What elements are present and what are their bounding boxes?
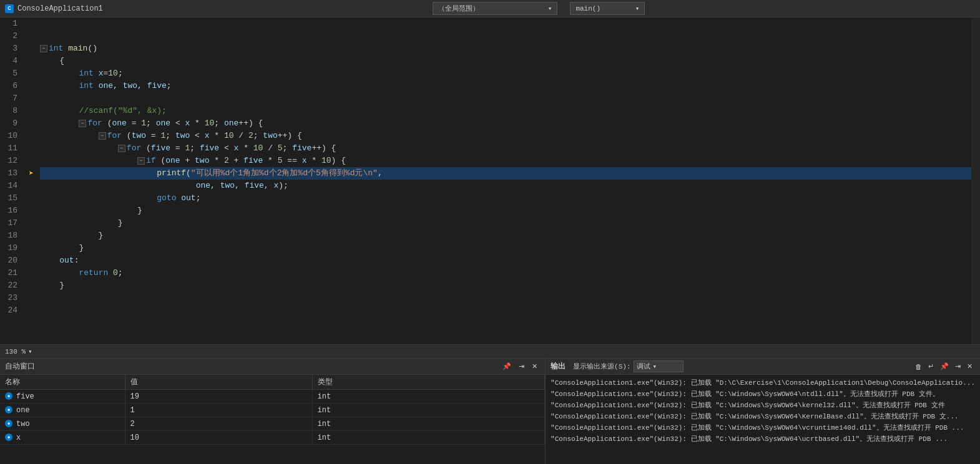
line-number: 18 (5, 230, 17, 242)
code-token: 10 (253, 142, 263, 155)
autos-table[interactable]: 名称 值 类型 ◆five19int◆one1int◆two2int◆x10in… (0, 375, 545, 464)
output-wrap-button[interactable]: ↵ (926, 361, 936, 372)
code-token: ) { (331, 155, 346, 167)
var-value-cell: 1 (125, 404, 312, 417)
fold-icon[interactable]: − (79, 120, 86, 127)
code-token: < (170, 117, 185, 130)
scope-dropdown[interactable]: （全局范围） ▾ (433, 2, 557, 15)
zoom-indicator[interactable]: 130 % ▾ (0, 345, 37, 359)
code-token (40, 67, 79, 80)
code-token: 5 (278, 155, 283, 167)
code-token: / (234, 130, 248, 142)
code-token: * (210, 130, 224, 142)
line-number: 17 (5, 217, 17, 230)
code-token (40, 254, 59, 267)
code-line: −for (two = 1; two < x * 10 / 2; two++) … (40, 130, 971, 142)
col-name: 名称 (0, 375, 125, 390)
code-token: * (307, 155, 321, 167)
line-number: 13 (5, 167, 17, 180)
code-editor[interactable]: −int main() { int x=10; int one, two, fi… (37, 17, 971, 344)
close-panel-button[interactable]: ✕ (529, 361, 540, 372)
gutter-row (25, 155, 37, 167)
code-token: x (99, 67, 104, 80)
code-token: two (175, 130, 190, 142)
code-token: ; (253, 130, 263, 142)
pin-button[interactable]: 📌 (500, 361, 514, 372)
table-row[interactable]: ◆x10int (0, 431, 545, 445)
code-token: 1 (185, 142, 190, 155)
table-row[interactable]: ◆five19int (0, 390, 545, 404)
code-token: 0 (113, 267, 118, 279)
code-token: one (156, 117, 170, 130)
code-line: } (40, 279, 971, 292)
debug-arrow-icon: ➤ (29, 168, 34, 178)
line-number: 6 (5, 80, 17, 92)
gutter-row (25, 304, 37, 317)
code-token: main (68, 42, 87, 55)
line-number: 15 (5, 192, 17, 205)
code-token (63, 42, 68, 55)
output-close-button[interactable]: ✕ (964, 361, 975, 372)
output-content[interactable]: "ConsoleApplication1.exe"(Win32): 已加载 "D… (546, 375, 980, 464)
output-float-button[interactable]: ⇥ (953, 361, 963, 372)
gutter-row (25, 42, 37, 55)
float-button[interactable]: ⇥ (516, 361, 527, 372)
code-line (40, 30, 971, 42)
code-token: for (107, 130, 122, 142)
top-bar: C ConsoleApplication1 （全局范围） ▾ main() ▾ (0, 0, 980, 17)
file-title: C ConsoleApplication1 (5, 4, 103, 13)
editor-main: 123456789101112131415161718192021222324 … (0, 17, 980, 344)
line-number: 20 (5, 254, 17, 267)
code-token (176, 192, 181, 205)
output-source-dropdown[interactable]: 调试 ▾ (634, 360, 684, 372)
line-numbers: 123456789101112131415161718192021222324 (0, 17, 25, 344)
table-row[interactable]: ◆one1int (0, 404, 545, 417)
output-clear-button[interactable]: 🗑 (913, 361, 924, 372)
line-number: 7 (5, 92, 17, 105)
code-token: int (49, 42, 63, 55)
code-line: return 0; (40, 267, 971, 279)
table-row[interactable]: ◆two2int (0, 417, 545, 431)
code-token: ( (102, 117, 112, 130)
code-token: five (243, 155, 263, 167)
fold-icon[interactable]: − (99, 132, 106, 140)
code-line: int x=10; (40, 67, 971, 80)
code-line: −int main() (40, 42, 971, 55)
code-line: −for (one = 1; one < x * 10; one++) { (40, 117, 971, 130)
output-panel: 输出 显示输出来源(S): 调试 ▾ 🗑 ↵ 📌 ⇥ ✕ "ConsoleApp… (546, 359, 980, 464)
code-token: ; (283, 142, 293, 155)
code-token: = (103, 67, 108, 80)
fold-icon[interactable]: − (137, 157, 145, 165)
code-token: one, two, five, x (196, 180, 279, 192)
output-pin-button[interactable]: 📌 (938, 361, 951, 372)
code-token: 10 (224, 130, 234, 142)
var-icon: ◆ (5, 392, 12, 400)
code-token: 1 (160, 130, 165, 142)
gutter-row (25, 292, 37, 304)
fold-icon[interactable]: − (118, 145, 125, 152)
code-token: 1 (141, 117, 146, 130)
zoom-bar: 130 % ▾ (0, 344, 980, 358)
var-name-cell: ◆x (0, 431, 125, 445)
code-token: * (263, 155, 277, 167)
gutter-row (25, 17, 37, 30)
code-line (40, 304, 971, 317)
line-number: 10 (5, 130, 17, 142)
code-token: two (263, 130, 277, 142)
fold-icon[interactable]: − (40, 45, 47, 52)
code-token (40, 267, 79, 279)
var-type-cell: int (312, 417, 545, 431)
code-token: x (302, 155, 307, 167)
code-token: + (180, 155, 195, 167)
code-token: ; (165, 130, 175, 142)
code-line: } (40, 205, 971, 217)
var-type-cell: int (312, 404, 545, 417)
var-icon: ◆ (5, 420, 12, 427)
var-value-cell: 2 (125, 417, 312, 431)
var-icon: ◆ (5, 406, 12, 413)
code-line: { (40, 55, 971, 67)
gutter-row (25, 130, 37, 142)
scrollbar[interactable] (971, 17, 980, 344)
gutter: ➤ (25, 17, 37, 344)
function-dropdown[interactable]: main() ▾ (570, 2, 645, 15)
